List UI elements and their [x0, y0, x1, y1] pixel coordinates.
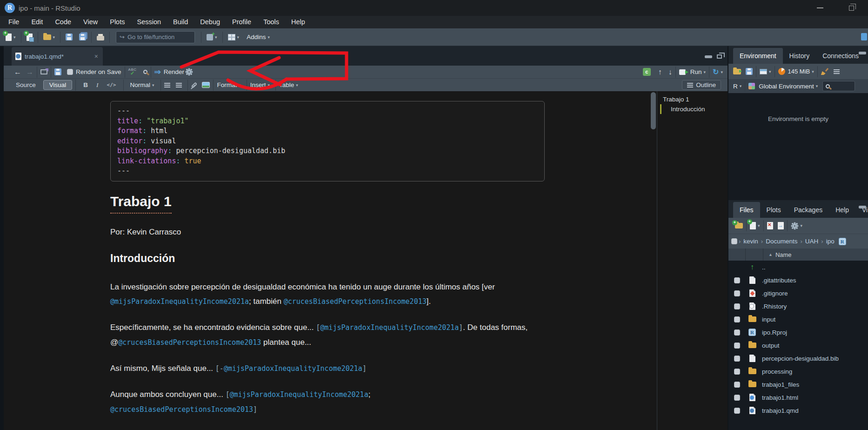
file-checkbox[interactable]	[734, 369, 740, 375]
file-row[interactable]: percepcion-desigualdad.bib	[728, 352, 868, 365]
tab-trabajo1-qmd[interactable]: trabajo1.qmd* ×	[12, 47, 103, 66]
file-checkbox[interactable]	[734, 329, 740, 336]
environment-scope-dropdown[interactable]: Global Environment	[759, 83, 814, 90]
save-workspace-icon[interactable]	[746, 68, 753, 75]
visual-editor-document[interactable]: --- title: "trabajo1" format: html edito…	[110, 91, 545, 417]
go-next-section-icon[interactable]: ↓	[668, 68, 672, 76]
version-control-button[interactable]: ▾	[205, 33, 219, 42]
tab-connections[interactable]: Connections	[816, 48, 865, 64]
chevron-down-icon[interactable]: ▾	[816, 84, 818, 88]
file-name[interactable]: ipo.Rproj	[762, 329, 787, 336]
restore-icon[interactable]	[849, 6, 854, 11]
clear-objects-broom-icon[interactable]	[821, 68, 828, 75]
file-name[interactable]: input	[762, 316, 775, 323]
rerun-icon[interactable]: ↻	[713, 67, 719, 76]
image-icon[interactable]	[202, 82, 210, 88]
editor-scrollbar[interactable]	[651, 92, 656, 129]
citation[interactable]: @mijsParadoxInequalityIncome2021a	[320, 323, 459, 332]
file-row[interactable]: input	[728, 313, 868, 326]
file-name[interactable]: .gitignore	[762, 290, 788, 297]
copy-file-icon[interactable]	[778, 222, 784, 229]
open-new-window-icon[interactable]	[40, 69, 47, 74]
chevron-down-icon[interactable]: ▾	[740, 84, 742, 88]
print-button[interactable]	[95, 33, 106, 42]
gear-icon[interactable]	[187, 70, 191, 74]
chevron-down-icon[interactable]: ▾	[758, 223, 760, 228]
chevron-down-icon[interactable]: ▾	[239, 83, 241, 87]
file-checkbox[interactable]	[734, 303, 740, 309]
chevron-down-icon[interactable]: ▾	[801, 223, 803, 228]
chevron-down-icon[interactable]: ▾	[152, 83, 154, 87]
load-workspace-icon[interactable]	[733, 69, 741, 74]
save-button[interactable]	[64, 32, 74, 42]
menu-session[interactable]: Session	[131, 16, 167, 28]
outline-toggle-button[interactable]: Outline	[682, 80, 721, 90]
chevron-down-icon[interactable]: ▾	[296, 83, 298, 87]
tab-environment[interactable]: Environment	[733, 48, 783, 64]
file-checkbox[interactable]	[734, 382, 740, 388]
forward-icon[interactable]: →	[26, 68, 33, 76]
numbered-list-icon[interactable]	[176, 83, 182, 87]
tab-files[interactable]: Files	[733, 202, 760, 218]
goto-file-input[interactable]: ↪ Go to file/function	[116, 31, 195, 43]
open-file-button[interactable]: ▾	[41, 33, 57, 41]
menu-edit[interactable]: Edit	[25, 16, 49, 28]
file-row[interactable]: .gitignore	[728, 287, 868, 300]
chevron-down-icon[interactable]: ▾	[721, 70, 723, 74]
citation[interactable]: @crucesBiasedPerceptionsIncome2013	[118, 338, 261, 347]
import-dataset-icon[interactable]	[760, 69, 767, 74]
citation[interactable]: @crucesBiasedPerceptionsIncome2013	[110, 405, 253, 414]
environment-search-input[interactable]	[822, 81, 855, 91]
pane-minimize-icon[interactable]	[705, 55, 712, 58]
close-icon[interactable]: ×	[93, 53, 99, 60]
outline-item-trabajo1[interactable]: Trabajo 1	[657, 94, 728, 104]
citation[interactable]: @mijsParadoxInequalityIncome2021a	[110, 297, 249, 306]
menu-plots[interactable]: Plots	[104, 16, 131, 28]
delete-file-icon[interactable]	[767, 222, 773, 229]
file-row[interactable]: trabajo1.html	[728, 391, 868, 404]
citation[interactable]: @crucesBiasedPerceptionsIncome2013	[284, 297, 427, 306]
file-name[interactable]: output	[762, 342, 780, 349]
code-button[interactable]: </>	[103, 82, 120, 88]
format-dropdown[interactable]: Format	[217, 81, 237, 88]
file-row[interactable]: R ipo.Rproj	[728, 326, 868, 339]
insert-chunk-icon[interactable]: c	[643, 68, 651, 76]
run-label[interactable]: Run	[690, 68, 702, 75]
breadcrumb-documents[interactable]: Documents	[766, 238, 797, 245]
table-dropdown[interactable]: Table	[279, 81, 294, 88]
menu-view[interactable]: View	[77, 16, 104, 28]
file-checkbox[interactable]	[734, 277, 740, 283]
tab-viewer[interactable]: Vi	[855, 202, 868, 218]
file-checkbox[interactable]	[734, 408, 740, 414]
pane-minimize-icon[interactable]	[859, 206, 866, 208]
workspace-panes-button[interactable]: ▾	[226, 33, 241, 42]
chevron-down-icon[interactable]: ▾	[704, 70, 706, 74]
render-on-save-checkbox[interactable]	[67, 69, 73, 75]
file-name[interactable]: trabajo1.html	[762, 394, 798, 401]
memory-usage-icon[interactable]	[778, 68, 785, 75]
addins-button[interactable]: Addins▾	[245, 32, 272, 42]
file-name[interactable]: processing	[762, 368, 792, 375]
menu-tools[interactable]: Tools	[257, 16, 285, 28]
citation[interactable]: @mijsParadoxInequalityIncome2021a	[224, 364, 362, 373]
breadcrumb-kevin[interactable]: kevin	[743, 238, 758, 245]
name-column-header[interactable]: Name	[775, 251, 792, 258]
citation[interactable]: @mijsParadoxInequalityIncome2021a	[230, 390, 368, 399]
breadcrumb-ipo[interactable]: ipo	[826, 238, 835, 245]
back-icon[interactable]: ←	[14, 68, 21, 76]
file-name[interactable]: ..	[762, 264, 766, 271]
new-file-button[interactable]: ▾	[4, 32, 18, 42]
render-arrow-icon[interactable]: ⇒	[154, 67, 161, 77]
file-checkbox[interactable]	[734, 356, 740, 362]
pane-icon[interactable]	[861, 33, 867, 40]
more-gear-icon[interactable]	[793, 224, 797, 228]
menu-build[interactable]: Build	[167, 16, 194, 28]
pane-minimize-icon[interactable]	[859, 52, 866, 54]
yaml-front-matter[interactable]: --- title: "trabajo1" format: html edito…	[110, 101, 545, 181]
pane-restore-icon[interactable]	[717, 54, 722, 59]
file-checkbox[interactable]	[734, 316, 740, 322]
file-row[interactable]: output	[728, 339, 868, 352]
minimize-icon[interactable]	[817, 7, 823, 8]
language-selector[interactable]: R	[733, 83, 738, 90]
outline-item-introduccion[interactable]: Introducción	[660, 104, 728, 114]
